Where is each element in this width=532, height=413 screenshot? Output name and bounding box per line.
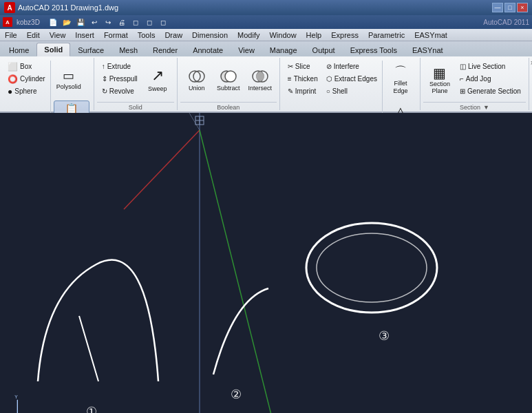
tab-manage[interactable]: Manage <box>262 43 305 56</box>
polysolid-icon: ▭ <box>63 69 74 84</box>
thicken-button[interactable]: ≡ Thicken <box>284 73 321 85</box>
drawing-svg: ① ② ③ <box>0 113 532 413</box>
sphere-icon: ● <box>8 87 12 96</box>
tab-easynat[interactable]: EASYnat <box>405 43 451 56</box>
editing-col2: ⊘ Interfere ⬡ Extract Edges ○ Shell <box>323 61 381 97</box>
menu-modify[interactable]: Modify <box>233 29 264 41</box>
menu-window[interactable]: Window <box>264 29 301 41</box>
section-plane-icon: ▦ <box>433 65 446 81</box>
fillet-edge-icon: ⌒ <box>394 65 407 80</box>
menu-tools[interactable]: Tools <box>133 29 160 41</box>
tab-view[interactable]: View <box>231 43 262 56</box>
maximize-button[interactable]: □ <box>504 3 515 12</box>
box-icon: ⬜ <box>8 62 18 72</box>
subtract-button[interactable]: Subtract <box>213 61 244 99</box>
menubar: File Edit View Insert Format Tools Draw … <box>0 29 532 41</box>
extrude-button[interactable]: ↑ Extrude <box>98 61 141 72</box>
interfere-icon: ⊘ <box>326 63 332 70</box>
app-title: AutoCAD 2011 Drawing1.dwg <box>18 3 118 12</box>
tab-solid[interactable]: Solid <box>36 43 70 56</box>
tab-render[interactable]: Render <box>145 43 185 56</box>
section-label: Section ▼ <box>423 102 526 112</box>
live-section-icon: ◫ <box>460 63 466 70</box>
sweep-button[interactable]: ↗ Sweep <box>142 61 173 99</box>
menu-file[interactable]: File <box>0 29 22 41</box>
extract-edges-icon: ⬡ <box>326 75 332 83</box>
tab-surface[interactable]: Surface <box>70 43 111 56</box>
live-section-button[interactable]: ◫ Live Section <box>456 61 524 72</box>
print-button[interactable]: 🖨 <box>116 17 128 28</box>
menu-edit[interactable]: Edit <box>22 29 45 41</box>
redo-button[interactable]: ↪ <box>102 17 114 28</box>
shell-button[interactable]: ○ Shell <box>323 85 381 97</box>
solid-tools: ↑ Extrude ⇕ Presspull ↻ Revolve ↗ Sweep <box>97 59 174 100</box>
tab-home[interactable]: Home <box>1 43 36 56</box>
tab-express-tools[interactable]: Express Tools <box>343 43 405 56</box>
section-sub-tools: ◫ Live Section ⌐ Add Jog ⊞ Generate Sect… <box>456 61 524 97</box>
open-button[interactable]: 📂 <box>61 17 73 28</box>
group-boolean: Union Subtract Intersect <box>178 58 280 110</box>
undo-button[interactable]: ↩ <box>88 17 100 28</box>
group-solid-editing: ✂ Slice ≡ Thicken ✎ Imprint ⊘ Interfere … <box>280 58 421 110</box>
autocad-title: AutoCAD 2011 <box>483 19 529 26</box>
window-controls: — □ × <box>492 3 528 12</box>
slice-icon: ✂ <box>288 63 293 70</box>
polysolid-button[interactable]: ▭ Polysolid <box>54 61 84 99</box>
qa-extra3[interactable]: ◻ <box>157 17 169 28</box>
minimize-button[interactable]: — <box>492 3 503 12</box>
section-plane-button[interactable]: ▦ Section Plane <box>425 61 455 99</box>
intersect-button[interactable]: Intersect <box>245 61 275 99</box>
qa-extra1[interactable]: ◻ <box>129 17 142 28</box>
menu-parametric[interactable]: Parametric <box>363 29 409 41</box>
menu-dimension[interactable]: Dimension <box>187 29 233 41</box>
cylinder-icon: ⭕ <box>8 74 18 84</box>
menu-help[interactable]: Help <box>301 29 327 41</box>
drawing-canvas[interactable]: ① ② ③ Y X Z <box>0 113 532 413</box>
add-jog-button[interactable]: ⌐ Add Jog <box>456 73 524 85</box>
revolve-button[interactable]: ↻ Revolve <box>98 85 141 97</box>
intersect-icon <box>252 68 268 85</box>
tab-output[interactable]: Output <box>305 43 343 56</box>
close-button[interactable]: × <box>517 3 528 12</box>
slice-button[interactable]: ✂ Slice <box>284 61 321 72</box>
imprint-icon: ✎ <box>288 87 293 95</box>
sphere-button[interactable]: ● Sphere <box>4 85 49 97</box>
menu-easymat[interactable]: EASYmat <box>409 29 452 41</box>
presspull-button[interactable]: ⇕ Presspull <box>98 73 141 85</box>
extract-edges-button[interactable]: ⬡ Extract Edges <box>323 73 381 85</box>
section-dropdown-icon[interactable]: ▼ <box>483 104 489 111</box>
group-solid: ↑ Extrude ⇕ Presspull ↻ Revolve ↗ Sweep <box>94 58 178 110</box>
titlebar: A AutoCAD 2011 Drawing1.dwg — □ × <box>0 0 532 15</box>
fillet-edge-button[interactable]: ⌒ Fillet Edge <box>385 61 416 99</box>
menu-express[interactable]: Express <box>326 29 363 41</box>
app-icon-small: A <box>3 17 12 27</box>
imprint-button[interactable]: ✎ Imprint <box>284 85 321 97</box>
solid-label: Solid <box>97 102 174 112</box>
tab-annotate[interactable]: Annotate <box>185 43 231 56</box>
menu-view[interactable]: View <box>45 29 71 41</box>
ribbon: Home Solid Surface Mesh Render Annotate … <box>0 41 532 113</box>
menu-draw[interactable]: Draw <box>160 29 187 41</box>
svg-text:Y: Y <box>14 395 18 399</box>
ribbon-collapse-button[interactable]: × <box>529 58 532 67</box>
group-section: ▦ Section Plane ◫ Live Section ⌐ Add Jog… <box>421 58 529 110</box>
interfere-button[interactable]: ⊘ Interfere <box>323 61 381 72</box>
new-button[interactable]: 📄 <box>47 17 59 28</box>
union-button[interactable]: Union <box>182 61 212 99</box>
boolean-label: Boolean <box>180 102 277 112</box>
box-button[interactable]: ⬜ Box <box>4 61 49 72</box>
app-icon: A <box>4 2 15 13</box>
tab-mesh[interactable]: Mesh <box>111 43 145 56</box>
menu-format[interactable]: Format <box>99 29 133 41</box>
quickaccess-toolbar: A kobz3D 📄 📂 💾 ↩ ↪ 🖨 ◻ ◻ ◻ AutoCAD 2011 <box>0 15 532 29</box>
qa-extra2[interactable]: ◻ <box>143 17 156 28</box>
svg-text:①: ① <box>86 405 97 413</box>
section-tools: ▦ Section Plane ◫ Live Section ⌐ Add Jog… <box>423 59 526 100</box>
generate-section-button[interactable]: ⊞ Generate Section <box>456 85 524 97</box>
sweep-icon: ↗ <box>151 67 164 85</box>
cylinder-button[interactable]: ⭕ Cylinder <box>4 73 49 85</box>
menu-insert[interactable]: Insert <box>70 29 99 41</box>
sweep-tool: ↗ Sweep <box>142 61 173 99</box>
save-button[interactable]: 💾 <box>74 17 87 28</box>
generate-section-icon: ⊞ <box>460 87 465 95</box>
